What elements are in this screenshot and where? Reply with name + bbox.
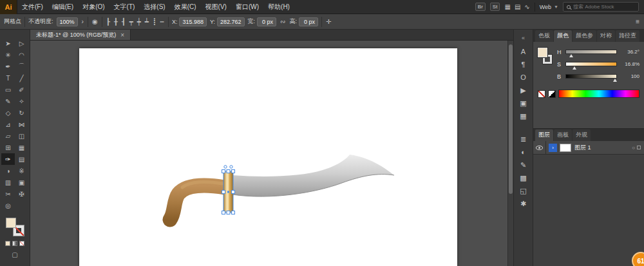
bridge-button[interactable]: Br xyxy=(475,3,486,11)
panel-fill-swatch[interactable] xyxy=(538,48,547,57)
color-mode-button[interactable] xyxy=(5,241,10,246)
tab-artboards[interactable]: 画板 xyxy=(554,129,572,141)
collapse-panels-icon[interactable]: « xyxy=(522,35,525,41)
fill-stroke-control[interactable] xyxy=(6,218,24,236)
panel-menu-icon[interactable]: ≡ xyxy=(635,18,640,25)
pen-tool[interactable]: ✒ xyxy=(1,61,15,72)
width-tool[interactable]: ⋈ xyxy=(15,119,28,130)
line-segment-tool[interactable]: ╱ xyxy=(15,72,28,84)
align-icon[interactable]: ┷ xyxy=(144,18,149,25)
mesh-tool[interactable]: ▦ xyxy=(15,142,28,153)
expand-layer-icon[interactable]: › xyxy=(549,144,557,152)
selection-tool[interactable]: ➤ xyxy=(1,37,15,49)
hue-slider[interactable] xyxy=(565,50,617,54)
links-panel-icon[interactable]: ◱ xyxy=(516,184,531,197)
menu-item[interactable]: 编辑(E) xyxy=(48,0,78,14)
tab-symmetry[interactable]: 对称 xyxy=(597,30,615,42)
menu-item[interactable]: 文字(T) xyxy=(109,0,140,14)
scale-tool[interactable]: ⊿ xyxy=(1,119,15,130)
eyedropper-tool[interactable]: ✑ xyxy=(1,153,15,165)
opacity-spinner[interactable]: › xyxy=(81,18,84,25)
layers-panel-icon[interactable]: ≣ xyxy=(516,133,531,146)
black-white-swatch[interactable] xyxy=(548,90,556,98)
zoom-tool[interactable]: ◎ xyxy=(1,200,15,211)
app-logo[interactable]: Ai xyxy=(0,0,17,14)
document-layout-icon[interactable]: ▤ xyxy=(515,3,520,10)
paintbrush-tool[interactable]: ✐ xyxy=(15,84,28,95)
tab-layers[interactable]: 图层 xyxy=(535,129,553,141)
layer-row[interactable]: › 图层 1 ○ xyxy=(533,141,644,155)
tab-pathfinder[interactable]: 路径查 xyxy=(616,30,639,42)
tab-color[interactable]: 颜色 xyxy=(554,30,572,42)
menu-item[interactable]: 对象(O) xyxy=(78,0,109,14)
handle-shape[interactable] xyxy=(170,185,225,220)
visibility-toggle[interactable] xyxy=(533,141,546,154)
slice-tool[interactable]: ✂ xyxy=(1,188,15,200)
workspace-switcher[interactable]: Web ▼ xyxy=(540,4,558,10)
transform-icon[interactable]: ✛ xyxy=(325,18,332,25)
menu-item[interactable]: 文件(F) xyxy=(17,0,48,14)
selection-indicator[interactable] xyxy=(637,146,641,149)
perspective-grid-tool[interactable]: ⊞ xyxy=(1,142,15,153)
target-circle-icon[interactable]: ○ xyxy=(632,145,635,151)
menu-item[interactable]: 效果(C) xyxy=(170,0,201,14)
rectangle-tool[interactable]: ▭ xyxy=(1,84,15,95)
width-input[interactable]: 0 px xyxy=(257,17,276,26)
panel-fill-stroke[interactable] xyxy=(538,46,553,72)
lasso-tool[interactable]: ◠ xyxy=(15,49,28,61)
arrange-documents-icon[interactable]: ▦ xyxy=(504,3,510,10)
shape-builder-tool[interactable]: ◫ xyxy=(15,130,28,142)
free-transform-tool[interactable]: ▱ xyxy=(1,130,15,142)
y-input[interactable]: 282.762 xyxy=(217,17,245,26)
hue-value[interactable]: 36.2° xyxy=(620,49,639,55)
align-icon[interactable]: ╂ xyxy=(113,18,118,25)
actions-panel-icon[interactable]: ▶ xyxy=(516,84,531,97)
artboard-tool[interactable]: ▣ xyxy=(15,176,28,188)
direct-selection-tool[interactable]: ▷ xyxy=(15,37,28,49)
canvas[interactable] xyxy=(30,41,513,266)
menu-item[interactable]: 视图(V) xyxy=(201,0,231,14)
brightness-value[interactable]: 100 xyxy=(620,73,639,79)
menu-item[interactable]: 选择(S) xyxy=(139,0,169,14)
align-icon[interactable]: ┉ xyxy=(160,18,165,25)
opacity-input[interactable]: 100% xyxy=(57,17,78,26)
document-tab[interactable]: 未标题-1* @ 100% (RGB/预览) × xyxy=(30,30,131,40)
brightness-slider[interactable] xyxy=(565,74,617,79)
tab-appearance[interactable]: 外观 xyxy=(573,129,591,141)
gradient-tool[interactable]: ▤ xyxy=(15,153,28,165)
rotate-tool[interactable]: ↻ xyxy=(15,107,28,119)
symbols-panel-icon[interactable]: ▦ xyxy=(516,109,531,122)
screen-mode-button[interactable]: ▢ xyxy=(12,251,17,258)
hand-tool[interactable]: ✠ xyxy=(15,188,28,200)
tab-color-guide[interactable]: 颜色参 xyxy=(573,30,596,42)
none-swatch[interactable] xyxy=(538,90,545,98)
align-icon[interactable]: ┋ xyxy=(152,18,157,25)
none-mode-button[interactable] xyxy=(19,241,24,246)
align-icon[interactable]: ┯ xyxy=(129,18,134,25)
align-icon[interactable]: ┠ xyxy=(106,18,111,25)
layer-thumbnail[interactable] xyxy=(560,144,571,152)
curvature-tool[interactable]: ⌒ xyxy=(15,61,28,72)
blend-tool[interactable]: ◑ xyxy=(1,165,15,176)
brushes-panel-icon[interactable]: ✎ xyxy=(516,158,531,171)
gradient-panel-icon[interactable]: ◐ xyxy=(516,146,531,158)
magic-wand-tool[interactable]: ✳ xyxy=(1,49,15,61)
menu-item[interactable]: 窗口(W) xyxy=(231,0,263,14)
tab-swatches[interactable]: 色板 xyxy=(535,30,553,42)
link-dimensions-icon[interactable]: ∾ xyxy=(279,18,286,25)
stock-button[interactable]: St xyxy=(490,3,500,11)
saturation-value[interactable]: 16.8% xyxy=(620,61,639,67)
eraser-tool[interactable]: ◇ xyxy=(1,107,15,119)
gear-icon[interactable]: ✱ xyxy=(516,197,531,210)
search-input[interactable] xyxy=(573,4,634,10)
column-graph-tool[interactable]: ▥ xyxy=(1,176,15,188)
align-icon[interactable]: ┨ xyxy=(121,18,126,25)
vertical-scrollbar[interactable] xyxy=(507,41,513,266)
type-tool[interactable]: T xyxy=(1,72,15,84)
align-icon[interactable]: ┿ xyxy=(137,18,142,25)
shaper-tool[interactable]: ✧ xyxy=(15,95,28,107)
x-input[interactable]: 315.988 xyxy=(179,17,207,26)
color-spectrum[interactable] xyxy=(558,90,639,98)
artboards-panel-icon[interactable]: ▣ xyxy=(516,97,531,109)
paragraph-panel-icon[interactable]: ¶ xyxy=(516,58,531,71)
